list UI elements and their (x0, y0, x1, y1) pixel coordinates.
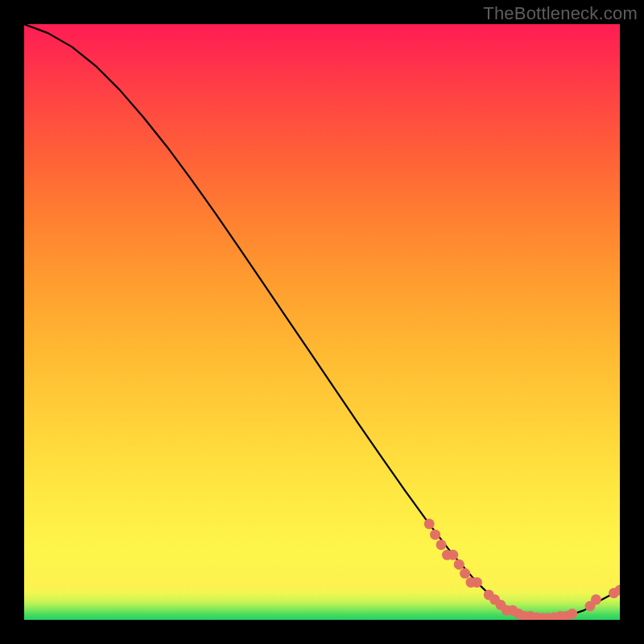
chart-frame: TheBottleneck.com (0, 0, 644, 644)
data-point (591, 594, 601, 605)
chart-svg (24, 24, 620, 620)
data-point (460, 568, 470, 579)
plot-area (24, 24, 620, 620)
chart-line (24, 24, 620, 618)
data-point (454, 559, 464, 570)
chart-markers (424, 518, 620, 620)
data-point (436, 539, 447, 550)
data-point (424, 518, 435, 529)
watermark-text: TheBottleneck.com (483, 3, 638, 24)
data-point (567, 609, 577, 619)
data-point (430, 530, 440, 540)
data-point (472, 577, 482, 588)
data-point (448, 550, 458, 560)
